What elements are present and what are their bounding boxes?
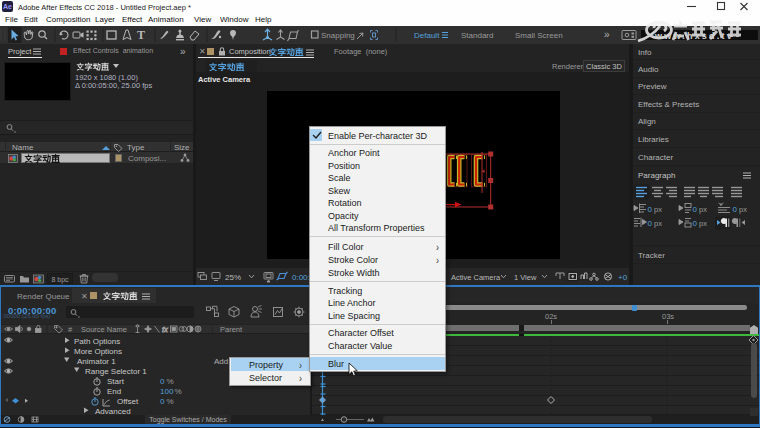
svg-text:0:00:0: 0:00:0 — [292, 273, 315, 282]
svg-text:0: 0 — [693, 205, 698, 214]
svg-text:0: 0 — [648, 205, 653, 214]
svg-text:#: # — [68, 325, 73, 334]
svg-text:Path Options: Path Options — [74, 337, 120, 346]
svg-text:Start: Start — [107, 377, 125, 386]
svg-text:px: px — [654, 219, 662, 228]
svg-text:Small Screen: Small Screen — [515, 31, 563, 40]
svg-text:0: 0 — [648, 219, 653, 228]
svg-text:px: px — [739, 205, 747, 214]
svg-text:%: % — [167, 397, 174, 406]
svg-text:Standard: Standard — [461, 31, 493, 40]
svg-text:100: 100 — [160, 387, 174, 396]
svg-text:»: » — [604, 29, 610, 40]
svg-text:px: px — [699, 219, 707, 228]
svg-text:More Options: More Options — [74, 347, 122, 356]
svg-text:Default: Default — [414, 31, 440, 40]
svg-text:0: 0 — [733, 205, 738, 214]
svg-text:25%: 25% — [225, 273, 241, 282]
svg-text:Animator 1: Animator 1 — [77, 357, 116, 366]
svg-text:Advanced: Advanced — [95, 407, 131, 416]
svg-text:px: px — [654, 205, 662, 214]
svg-text:Range Selector 1: Range Selector 1 — [85, 367, 147, 376]
svg-text:0: 0 — [693, 219, 698, 228]
svg-text:%: % — [175, 387, 182, 396]
svg-text:Add:: Add: — [214, 357, 230, 366]
svg-text:0: 0 — [160, 397, 165, 406]
svg-text:Parent: Parent — [220, 325, 243, 334]
svg-text:px: px — [699, 205, 707, 214]
svg-text:+0: +0 — [618, 273, 628, 282]
svg-text:T: T — [137, 28, 145, 42]
svg-text:0: 0 — [160, 377, 165, 386]
svg-text:Active Camera: Active Camera — [451, 273, 501, 282]
svg-text:Snapping: Snapping — [321, 31, 355, 40]
svg-text:%: % — [167, 377, 174, 386]
svg-text:Offset: Offset — [117, 397, 139, 406]
svg-text:1 View: 1 View — [514, 273, 537, 282]
svg-text:Source Name: Source Name — [81, 325, 127, 334]
svg-text:fx: fx — [162, 325, 168, 334]
svg-text:End: End — [107, 387, 121, 396]
